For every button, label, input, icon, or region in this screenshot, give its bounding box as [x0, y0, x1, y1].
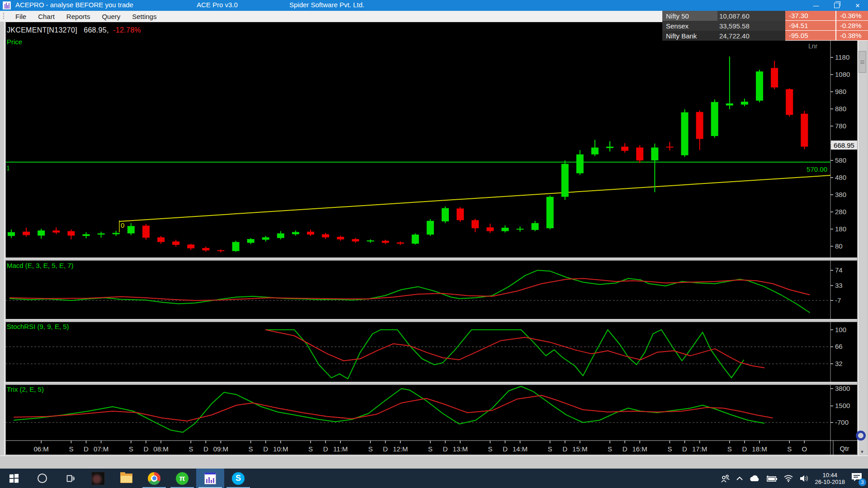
svg-text:D: D [203, 445, 208, 453]
task-view-icon [65, 474, 75, 483]
symbol-name: JKCEMENT[N13270] [7, 26, 77, 34]
svg-text:D: D [443, 445, 448, 453]
svg-text:100: 100 [835, 326, 846, 333]
svg-text:66: 66 [835, 343, 843, 350]
svg-text:08:M: 08:M [153, 445, 168, 453]
index-change: -37.30 [785, 11, 836, 21]
scrollbar-down-icon[interactable]: ▼ [858, 450, 867, 454]
divider-macd-stoch[interactable] [5, 319, 857, 322]
svg-text:D: D [84, 445, 89, 453]
chrome-icon [148, 472, 160, 485]
system-tray: 10:44 26-10-2018 3 [720, 469, 868, 488]
trix-label: Trix (2, E, 5) [7, 385, 44, 393]
svg-text:D: D [143, 445, 148, 453]
svg-text:3800: 3800 [835, 385, 850, 392]
price-panel-label: Price [7, 38, 22, 46]
divider-stoch-trix[interactable] [5, 382, 857, 385]
start-button[interactable] [0, 469, 28, 488]
scale-mode-label: Lnr [808, 42, 817, 50]
svg-text:280: 280 [835, 208, 846, 216]
svg-text:380: 380 [835, 191, 846, 198]
cortana-button[interactable] [28, 469, 56, 488]
task-view-button[interactable] [56, 469, 84, 488]
svg-text:1080: 1080 [835, 70, 850, 78]
svg-text:11:M: 11:M [333, 445, 348, 453]
svg-text:14:M: 14:M [513, 445, 528, 453]
onedrive-icon[interactable] [749, 475, 760, 482]
pinned-app-button[interactable] [84, 469, 112, 488]
svg-text:S: S [787, 445, 792, 453]
index-value: 33,595.58 [717, 21, 785, 31]
svg-text:S: S [368, 445, 373, 453]
svg-text:880: 880 [835, 105, 846, 113]
people-icon[interactable] [720, 474, 730, 483]
svg-text:S: S [249, 445, 253, 453]
vendor-title: Spider Software Pvt. Ltd. [289, 1, 364, 9]
windows-icon [9, 474, 19, 483]
scrollbar-thumb[interactable] [859, 51, 866, 73]
acepro-app-button[interactable] [196, 469, 224, 488]
skype-button[interactable]: S [224, 469, 252, 488]
svg-text:74: 74 [835, 266, 843, 274]
index-name: Nifty 50 [662, 11, 717, 21]
left-toolbar-strip [0, 22, 6, 469]
svg-text:780: 780 [835, 122, 846, 130]
stochrsi-label: StochRSI (9, 9, E, 5) [7, 323, 69, 330]
menu-reports[interactable]: Reports [61, 12, 96, 21]
chart-header: JKCEMENT[N13270] 668.95, -12.78% [7, 26, 141, 34]
menu-query[interactable]: Query [96, 12, 126, 21]
svg-text:D: D [562, 445, 567, 453]
svg-text:D: D [742, 445, 747, 453]
chart-canvas[interactable]: 801802803804805806807808809801080118006:… [0, 22, 868, 455]
divider-price-macd[interactable] [5, 258, 857, 261]
index-row-niftybank[interactable]: Nifty Bank 24,722.40 -95.05 -0.38% [662, 31, 868, 41]
svg-text:S: S [428, 445, 433, 453]
vertical-scrollbar[interactable]: ▲ ▼ [857, 25, 867, 455]
svg-text:16:M: 16:M [632, 445, 647, 453]
restore-button[interactable] [826, 0, 847, 11]
svg-text:S: S [189, 445, 193, 453]
svg-text:180: 180 [835, 225, 846, 233]
minimize-button[interactable]: — [806, 0, 826, 11]
svg-text:1500: 1500 [835, 402, 850, 409]
close-button[interactable]: ✕ [847, 0, 868, 11]
svg-text:S: S [727, 445, 732, 453]
volume-icon[interactable] [799, 474, 809, 483]
svg-text:15:M: 15:M [572, 445, 587, 453]
skype-icon: S [232, 472, 245, 485]
window-title: ACEPRO - analyse BEFORE you trade [15, 1, 133, 9]
menu-file[interactable]: File [9, 12, 32, 21]
menu-chart[interactable]: Chart [32, 12, 61, 21]
action-center-button[interactable]: 3 [851, 472, 864, 485]
bottom-window-margin [0, 455, 868, 469]
svg-text:480: 480 [835, 174, 846, 181]
indices-panel: Nifty 50 10,087.60 -37.30 -0.36% Sensex … [662, 11, 868, 41]
last-price-axis-label: 668.95 [831, 141, 857, 150]
svg-text:06:M: 06:M [34, 445, 49, 453]
app-logo-icon [3, 1, 11, 9]
svg-text:-7: -7 [835, 296, 841, 304]
chrome-button[interactable] [140, 469, 168, 488]
tray-clock[interactable]: 10:44 26-10-2018 [815, 472, 845, 485]
svg-text:13:M: 13:M [453, 445, 467, 453]
toolbar-grip [3, 13, 5, 20]
hline-tag: 1 [6, 164, 10, 172]
index-row-nifty50[interactable]: Nifty 50 10,087.60 -37.30 -0.36% [662, 11, 868, 21]
file-explorer-button[interactable] [112, 469, 140, 488]
tray-expand-icon[interactable] [736, 476, 743, 481]
index-change-pct: -0.36% [836, 11, 868, 21]
hline-value-label: 570.00 [789, 165, 827, 173]
screen: 801802803804805806807808809801080118006:… [0, 0, 868, 488]
index-change: -94.51 [785, 21, 836, 31]
index-row-sensex[interactable]: Sensex 33,595.58 -94.51 -0.28% [662, 21, 868, 31]
wifi-icon[interactable] [783, 474, 793, 482]
svg-text:S: S [667, 445, 672, 453]
svg-text:18:M: 18:M [752, 445, 767, 453]
index-change-pct: -0.38% [836, 31, 868, 41]
svg-text:-700: -700 [835, 418, 849, 426]
battery-icon[interactable] [766, 475, 778, 482]
menu-settings[interactable]: Settings [126, 12, 162, 21]
pi-app-button[interactable]: π [168, 469, 196, 488]
svg-text:D: D [263, 445, 268, 453]
tray-date: 26-10-2018 [815, 479, 845, 485]
